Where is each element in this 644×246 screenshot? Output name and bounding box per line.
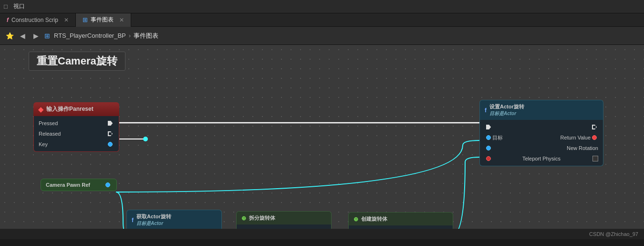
set-teleport-row: Teleport Physics [480, 153, 603, 164]
project-name[interactable]: RTS_PlayerController_BP [54, 32, 126, 39]
home-icon[interactable]: ⭐ [6, 32, 14, 40]
breadcrumb: RTS_PlayerController_BP › 事件图表 [54, 32, 158, 40]
set-return-label: Return Value [561, 135, 591, 140]
node-input-action-body: Pressed Released Key [33, 116, 119, 152]
break-rotator-body: Rotation X (Roll) Y (Pitch) Z (Yaw) [236, 225, 332, 229]
canvas-title: 重置Camera旋转 [29, 52, 125, 71]
canvas[interactable]: 重置Camera旋转 ◆ 输入操作Panreset Pressed [0, 45, 644, 229]
tab-event-close-icon[interactable]: ✕ [119, 17, 124, 23]
node-input-action-header: ◆ 输入操作Panreset [33, 102, 119, 116]
set-rotation-body: 目标 Return Value New Rotation Teleport Ph… [479, 120, 603, 166]
released-row: Released [34, 128, 119, 139]
set-teleport-pin [486, 156, 491, 161]
tab-event-icon: ⊞ [83, 16, 88, 23]
get-rotation-title: 获取Actor旋转 [136, 213, 171, 220]
breadcrumb-bar: ⭐ ◀ ▶ ⊞ RTS_PlayerController_BP › 事件图表 [0, 27, 644, 45]
released-label: Released [39, 131, 61, 137]
node-camera-pawn-ref: Camera Pawn Ref [41, 179, 117, 191]
blueprint-icon: ⊞ [44, 32, 50, 40]
tab-event-label: 事件图表 [91, 16, 114, 24]
make-rotator-title: 创建旋转体 [361, 215, 387, 223]
make-xroll-row: X (Roll) Return Value [349, 227, 453, 229]
set-newrot-label: New Rotation [567, 145, 598, 151]
set-exec-row [480, 122, 603, 132]
status-bar: CSDN @Zhichao_97 [0, 229, 644, 239]
make-rotator-body: X (Roll) Return Value Y (Pitch) 0.0 Z (Y… [348, 225, 453, 229]
diamond-icon: ◆ [38, 106, 43, 113]
menu-window[interactable]: 视口 [10, 1, 29, 11]
input-action-title: 输入操作Panreset [46, 105, 93, 113]
window-icon: □ [4, 3, 8, 10]
break-icon: ⊕ [241, 215, 246, 222]
svg-point-0 [143, 137, 148, 141]
node-get-actor-rotation: f 获取Actor旋转 目标是Actor 目标 Return Value [126, 210, 222, 229]
pressed-label: Pressed [39, 120, 58, 126]
teleport-checkbox[interactable] [592, 156, 598, 161]
released-exec-pin [108, 131, 113, 136]
set-exec-in-pin [486, 125, 491, 129]
set-target-row: 目标 Return Value [480, 132, 603, 143]
back-button[interactable]: ◀ [18, 31, 27, 41]
menu-bar: □ 视口 [0, 0, 644, 13]
key-pin [108, 142, 113, 147]
set-rotation-header: f 设置Actor旋转 目标是Actor [479, 100, 603, 120]
pressed-row: Pressed [34, 118, 119, 128]
breadcrumb-separator: › [129, 32, 131, 39]
set-return-pin [592, 135, 597, 140]
make-rotator-header: ⊕ 创建旋转体 [348, 212, 453, 225]
get-rotation-header: f 获取Actor旋转 目标是Actor [126, 210, 222, 229]
node-set-actor-rotation: f 设置Actor旋转 目标是Actor 目标 Return Value [479, 100, 603, 166]
set-func-icon: f [485, 107, 487, 114]
tab-construction-label: Construction Scrip [11, 17, 58, 23]
camera-pawn-ref-pin [105, 182, 110, 187]
break-rotation-row: Rotation X (Roll) [237, 226, 331, 229]
node-make-rotator: ⊕ 创建旋转体 X (Roll) Return Value Y (Pitch) … [348, 212, 453, 229]
watermark: CSDN @Zhichao_97 [589, 231, 638, 237]
key-row: Key [34, 139, 119, 150]
get-rotation-subtitle: 目标是Actor [136, 220, 171, 227]
set-teleport-label: Teleport Physics [522, 156, 561, 161]
forward-button[interactable]: ▶ [31, 31, 41, 41]
func-icon: f [132, 217, 134, 224]
tab-bar: f Construction Scrip ✕ ⊞ 事件图表 ✕ [0, 13, 644, 27]
key-label: Key [39, 141, 48, 147]
set-newrot-pin [486, 146, 491, 150]
camera-pawn-ref-title: Camera Pawn Ref [46, 182, 90, 188]
set-exec-out-pin [592, 125, 597, 129]
break-rotator-header: ⊕ 拆分旋转体 [236, 211, 332, 225]
break-rotator-title: 拆分旋转体 [249, 214, 275, 222]
node-break-rotator: ⊕ 拆分旋转体 Rotation X (Roll) Y (Pitch) Z (Y… [236, 211, 332, 229]
set-rotation-title: 设置Actor旋转 [489, 103, 524, 110]
pressed-exec-pin [108, 121, 113, 126]
camera-pawn-ref-header: Camera Pawn Ref [41, 179, 117, 191]
current-graph: 事件图表 [134, 32, 158, 40]
set-new-rotation-row: New Rotation [480, 143, 603, 153]
tab-event[interactable]: ⊞ 事件图表 ✕ [76, 13, 131, 27]
set-target-label: 目标 [492, 134, 503, 141]
set-target-pin [486, 135, 491, 140]
node-input-action: ◆ 输入操作Panreset Pressed Released Key [33, 102, 119, 152]
tab-construction-icon: f [7, 17, 9, 23]
set-rotation-subtitle: 目标是Actor [489, 110, 524, 117]
make-icon: ⊕ [353, 216, 358, 223]
tab-construction[interactable]: f Construction Scrip ✕ [0, 13, 76, 27]
tab-close-icon[interactable]: ✕ [64, 17, 69, 23]
